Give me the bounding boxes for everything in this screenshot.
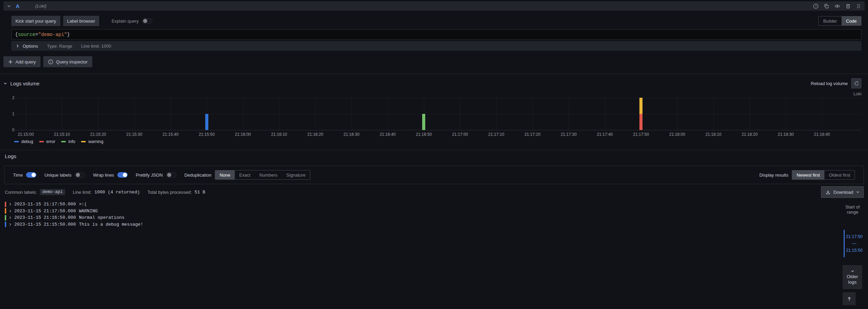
log-timestamp: 2023-11-15 21:16:50.000 <box>14 215 76 220</box>
legend-swatch <box>39 141 44 142</box>
option-numbers[interactable]: Numbers <box>255 170 282 179</box>
expand-row-icon[interactable] <box>9 223 12 226</box>
x-gridline <box>26 98 26 130</box>
legend-item-warning[interactable]: warning <box>81 139 103 144</box>
y-gridline <box>15 98 861 98</box>
x-gridline <box>532 98 533 130</box>
x-tick-label: 21:16:00 <box>233 132 253 137</box>
help-icon[interactable]: ? <box>813 3 819 9</box>
drag-handle-icon[interactable] <box>856 3 861 9</box>
log-row[interactable]: 2023-11-15 21:16:50.000Normal operations <box>5 214 839 221</box>
query-toolbar: Kick start your query Label browser Expl… <box>11 16 861 26</box>
option-newest-first[interactable]: Newest first <box>792 170 824 179</box>
chart-bar-warning <box>639 98 643 114</box>
x-tick-label: 21:17:50 <box>631 132 651 137</box>
log-message: WARNING <box>79 209 98 214</box>
start-of-range-label: Start of range <box>841 204 864 215</box>
logs-volume-title: Logs volume <box>10 81 39 86</box>
x-gridline <box>351 98 352 130</box>
legend-item-error[interactable]: error <box>39 139 55 144</box>
option-code[interactable]: Code <box>842 16 861 25</box>
older-logs-button[interactable]: Older logs <box>843 265 862 289</box>
time-toggle-label: Time <box>13 173 23 178</box>
logs-volume-chevron-icon[interactable] <box>3 82 7 85</box>
option-none[interactable]: None <box>215 170 235 179</box>
query-token-op: = <box>35 32 38 37</box>
unique-labels-toggle[interactable] <box>75 172 85 178</box>
range-separator: — <box>852 240 857 247</box>
scroll-top-button[interactable] <box>843 292 856 305</box>
display-results-label: Display results <box>759 173 788 178</box>
x-tick-label: 21:15:10 <box>51 132 72 137</box>
x-tick-label: 21:15:30 <box>124 132 144 137</box>
query-ref-id[interactable]: A <box>16 3 20 9</box>
add-query-button[interactable]: Add query <box>3 56 40 67</box>
query-token-value: "demo-api" <box>38 32 67 37</box>
log-rows: 2023-11-15 21:17:50.000>:(2023-11-15 21:… <box>5 201 839 228</box>
x-tick-label: 21:16:40 <box>378 132 398 137</box>
label-browser-button[interactable]: Label browser <box>63 16 100 26</box>
explain-query-toggle[interactable] <box>142 18 152 24</box>
log-row[interactable]: 2023-11-15 21:17:50.000>:( <box>5 201 839 208</box>
collapse-chevron-icon[interactable] <box>7 4 11 8</box>
x-tick-label: 21:16:30 <box>341 132 362 137</box>
option-oldest-first[interactable]: Oldest first <box>824 170 855 179</box>
download-button[interactable]: Download <box>821 186 864 198</box>
legend-swatch <box>81 141 86 142</box>
legend-label: info <box>68 139 75 144</box>
display-results-group: Newest firstOldest first <box>792 170 855 180</box>
legend-item-debug[interactable]: debug <box>14 139 33 144</box>
x-tick-label: 21:18:20 <box>739 132 760 137</box>
log-row[interactable]: 2023-11-15 21:15:50.000This is a debug m… <box>5 221 839 228</box>
line-limit-label: Line limit: <box>73 190 92 195</box>
reload-log-volume-label: Reload log volume <box>811 81 848 86</box>
time-toggle[interactable] <box>26 172 36 178</box>
x-gridline <box>822 98 822 130</box>
legend-item-info[interactable]: info <box>61 139 75 144</box>
legend-label: debug <box>21 139 33 144</box>
log-message: This is a debug message! <box>79 222 143 227</box>
grafana-explore: A (Loki) ? Kick start your query Label b… <box>0 0 868 309</box>
expand-row-icon[interactable] <box>9 203 12 206</box>
log-level-bar-error <box>5 202 6 207</box>
options-label: Options <box>23 44 38 49</box>
kick-start-query-button[interactable]: Kick start your query <box>11 16 60 26</box>
x-gridline <box>605 98 605 130</box>
prettify-json-toggle-label: Prettify JSON <box>136 173 163 178</box>
explain-query-label: Explain query <box>112 19 139 24</box>
prettify-json-toggle[interactable] <box>166 172 176 178</box>
logs-controls: Time Unique labels Wrap lines Prettify J… <box>4 166 864 184</box>
y-gridline <box>15 130 861 130</box>
line-limit-value: 1000 (4 returned) <box>94 190 140 195</box>
option-builder[interactable]: Builder <box>819 16 841 25</box>
expand-row-icon[interactable] <box>9 216 12 219</box>
query-inspector-button[interactable]: i Query inspector <box>43 56 92 67</box>
log-range-indicator[interactable]: 21:17:50 — 21:15:50 <box>844 230 864 257</box>
expand-row-icon[interactable] <box>9 210 12 213</box>
option-signature[interactable]: Signature <box>282 170 310 179</box>
range-to: 21:15:50 <box>846 247 863 254</box>
wrap-lines-toggle[interactable] <box>117 172 128 178</box>
x-tick-label: 21:17:10 <box>486 132 507 137</box>
x-gridline <box>279 98 279 130</box>
trash-icon[interactable] <box>845 3 851 9</box>
options-chevron-right-icon <box>16 44 19 48</box>
log-row[interactable]: 2023-11-15 21:17:50.000WARNING <box>5 208 839 215</box>
query-options-row[interactable]: Options Type: Range Line limit: 1000 <box>11 41 861 51</box>
x-tick-label: 21:18:10 <box>703 132 724 137</box>
query-code-editor[interactable]: {source="demo-api"} <box>11 29 861 40</box>
logs-volume-chart: debugerrorinfowarning 01221:15:0021:15:1… <box>3 95 865 147</box>
common-labels-badge: demo-api <box>40 189 65 195</box>
x-gridline <box>677 98 678 130</box>
reload-log-volume-button[interactable] <box>851 78 861 88</box>
editor-mode-group: BuilderCode <box>818 16 861 26</box>
copy-icon[interactable] <box>824 3 829 9</box>
deduplication-label: Deduplication <box>184 173 211 178</box>
eye-icon[interactable] <box>834 3 840 9</box>
download-icon <box>825 190 831 195</box>
x-tick-label: 21:16:10 <box>269 132 289 137</box>
arrow-up-icon <box>847 296 852 301</box>
query-row-header: A (Loki) ? <box>3 1 865 11</box>
section-divider <box>0 150 868 150</box>
option-exact[interactable]: Exact <box>235 170 255 179</box>
